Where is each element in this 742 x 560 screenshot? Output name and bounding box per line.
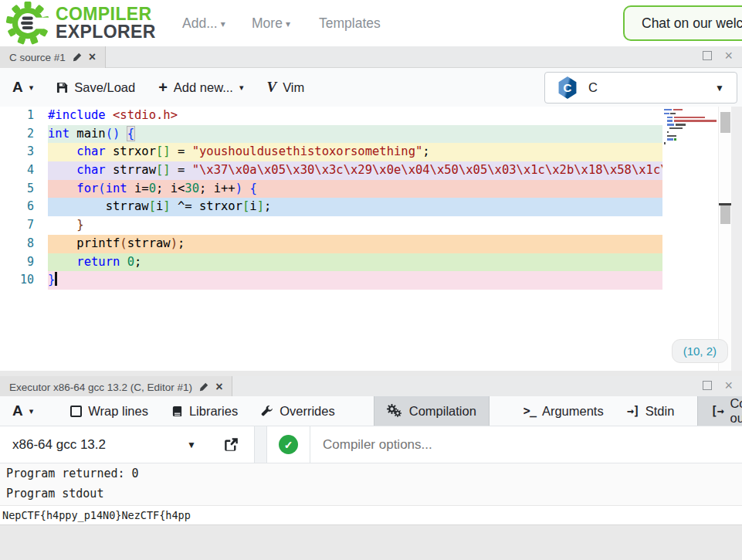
checkbox-icon[interactable] bbox=[70, 406, 82, 417]
libraries-button[interactable]: Libraries bbox=[171, 404, 238, 419]
editor-tab-title: C source #1 bbox=[9, 52, 66, 63]
code-line[interactable]: 10} bbox=[0, 271, 742, 290]
line-number: 2 bbox=[0, 125, 48, 144]
code-line[interactable]: 3 char strxor[] = "youshouldusethistoxor… bbox=[0, 143, 742, 161]
brand-line1: COMPILER bbox=[56, 5, 156, 23]
floppy-disk-icon bbox=[56, 82, 68, 93]
overrides-button[interactable]: Overrides bbox=[261, 404, 335, 419]
code-line[interactable]: 7 } bbox=[0, 216, 742, 235]
pane-splitter[interactable] bbox=[0, 371, 742, 376]
save-load-button[interactable]: Save/Load bbox=[56, 80, 135, 95]
minimap-segment bbox=[664, 113, 669, 114]
program-output: Program returned: 0 Program stdout NepCT… bbox=[0, 463, 742, 560]
line-number: 3 bbox=[0, 143, 48, 161]
compiler-options-input[interactable]: Compiler options... bbox=[310, 426, 742, 463]
compiler-select[interactable]: x86-64 gcc 13.2 ▼ bbox=[0, 426, 208, 463]
code-lines: 1#include <stdio.h>2int main() {3 char s… bbox=[0, 107, 742, 290]
font-size-button[interactable]: A▾ bbox=[12, 79, 33, 96]
stdin-button[interactable]: →] Stdin bbox=[627, 404, 675, 419]
executor-tab[interactable]: Executor x86-64 gcc 13.2 (C, Editor #1) … bbox=[0, 376, 232, 398]
wrap-lines-toggle[interactable]: Wrap lines bbox=[70, 404, 148, 419]
executor-toolbar: A▾ Wrap lines Libraries Overrides Compil… bbox=[0, 396, 742, 426]
editor-tab[interactable]: C source #1 × bbox=[0, 46, 106, 68]
maximize-pane-icon[interactable] bbox=[703, 51, 712, 60]
executor-tab-bar: Executor x86-64 gcc 13.2 (C, Editor #1) … bbox=[0, 376, 742, 398]
editor-scrollbar[interactable] bbox=[718, 107, 731, 371]
minimap-segment bbox=[667, 120, 673, 121]
line-number: 6 bbox=[0, 198, 48, 216]
line-number: 5 bbox=[0, 180, 48, 199]
chevron-down-icon: ▾ bbox=[29, 83, 34, 93]
compiler-output-button[interactable]: [→ Compiler output bbox=[697, 396, 742, 426]
minimap-segment bbox=[667, 117, 673, 118]
code-line[interactable]: 8 printf(strraw); bbox=[0, 235, 742, 253]
line-number: 1 bbox=[0, 107, 48, 125]
app-header: COMPILER EXPLORER Add...▾ More▾ Template… bbox=[0, 0, 742, 46]
text-cursor bbox=[55, 272, 57, 286]
arguments-button[interactable]: >_ Arguments bbox=[523, 404, 604, 419]
executor-tab-title: Executor x86-64 gcc 13.2 (C, Editor #1) bbox=[9, 382, 192, 393]
close-pane-icon[interactable]: × bbox=[724, 51, 733, 60]
chat-button[interactable]: Chat on our welc bbox=[623, 5, 742, 41]
rename-pencil-icon[interactable] bbox=[73, 53, 82, 62]
close-pane-icon[interactable]: × bbox=[724, 381, 733, 390]
open-compiler-site-button[interactable] bbox=[208, 426, 255, 463]
close-tab-icon[interactable]: × bbox=[215, 381, 222, 393]
compilation-button[interactable]: Compilation bbox=[374, 396, 490, 426]
pane-edge bbox=[731, 107, 742, 371]
brand-wordmark[interactable]: COMPILER EXPLORER bbox=[56, 5, 156, 41]
cursor-position-badge: (10, 2) bbox=[672, 339, 728, 363]
rename-pencil-icon[interactable] bbox=[199, 382, 208, 392]
brand-line2: EXPLORER bbox=[56, 23, 156, 41]
program-returned-line: Program returned: 0 bbox=[0, 463, 742, 484]
external-link-icon bbox=[224, 437, 239, 452]
minimap[interactable] bbox=[662, 107, 718, 371]
line-number: 10 bbox=[0, 271, 48, 290]
minimap-segment bbox=[674, 138, 676, 140]
minimap-segment bbox=[670, 113, 676, 114]
code-line[interactable]: 1#include <stdio.h> bbox=[0, 107, 742, 125]
font-size-button[interactable]: A▾ bbox=[12, 402, 33, 419]
editor-tab-bar: C source #1 × × bbox=[0, 46, 742, 68]
code-line[interactable]: 2int main() { bbox=[0, 125, 742, 144]
chevron-down-icon: ▾ bbox=[29, 406, 34, 416]
program-stdout-label: Program stdout bbox=[0, 484, 742, 504]
code-line[interactable]: 9 return 0; bbox=[0, 253, 742, 272]
scrollbar-thumb[interactable] bbox=[720, 205, 730, 224]
language-select[interactable]: C C ▼ bbox=[544, 72, 737, 104]
chevron-down-icon: ▼ bbox=[187, 440, 196, 450]
book-icon bbox=[171, 406, 183, 417]
nav-templates[interactable]: Templates bbox=[319, 15, 381, 32]
line-number: 7 bbox=[0, 216, 48, 235]
language-selected: C bbox=[588, 80, 704, 95]
code-line[interactable]: 5 for(int i=0; i<30; i++) { bbox=[0, 180, 742, 199]
wrench-icon bbox=[261, 405, 273, 417]
minimap-segment bbox=[664, 142, 666, 144]
nav-more-menu[interactable]: More▾ bbox=[252, 15, 290, 32]
vim-toggle-button[interactable]: V Vim bbox=[266, 79, 304, 96]
line-number: 4 bbox=[0, 161, 48, 180]
chevron-down-icon: ▾ bbox=[239, 83, 244, 93]
minimap-segment bbox=[664, 109, 672, 110]
scrollbar-thumb[interactable] bbox=[720, 112, 730, 133]
code-line[interactable]: 6 strraw[i] ^= strxor[i]; bbox=[0, 198, 742, 216]
close-tab-icon[interactable]: × bbox=[89, 51, 96, 63]
maximize-pane-icon[interactable] bbox=[703, 381, 712, 390]
line-number: 9 bbox=[0, 253, 48, 272]
plus-icon: + bbox=[158, 79, 168, 97]
add-new-button[interactable]: + Add new... ▾ bbox=[158, 79, 243, 97]
minimap-segment bbox=[667, 124, 674, 125]
minimap-segment bbox=[667, 138, 673, 140]
nav-add-menu[interactable]: Add...▾ bbox=[182, 15, 225, 32]
stdout-text[interactable]: NepCTF{h4ppy_p14N0}NezCTF{h4pp bbox=[0, 505, 742, 525]
compiler-explorer-logo-icon[interactable] bbox=[6, 2, 49, 48]
sign-in-icon: →] bbox=[627, 404, 639, 418]
minimap-segment bbox=[669, 127, 683, 129]
compile-status[interactable]: ✓ bbox=[267, 426, 310, 463]
check-circle-icon: ✓ bbox=[279, 435, 298, 454]
chevron-down-icon: ▾ bbox=[286, 19, 290, 29]
code-line[interactable]: 4 char strraw[] = "\x37\x0a\x05\x30\x3c\… bbox=[0, 161, 742, 180]
vim-icon: V bbox=[266, 79, 276, 96]
chevron-down-icon: ▼ bbox=[715, 83, 724, 93]
code-editor[interactable]: 1#include <stdio.h>2int main() {3 char s… bbox=[0, 107, 742, 371]
